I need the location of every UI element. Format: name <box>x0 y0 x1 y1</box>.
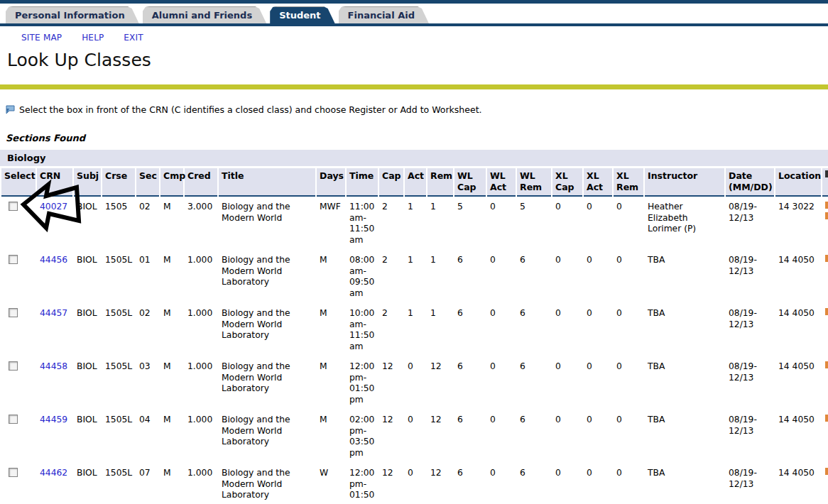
clipped-attribute-fragment <box>825 415 828 422</box>
cell-act: 1 <box>405 251 426 303</box>
crn-link[interactable]: 44457 <box>40 308 67 318</box>
cell-select <box>1 305 36 356</box>
cell-location: 14 4050 <box>775 251 821 303</box>
classes-table: SelectCRNSubjCrseSecCmpCredTitleDaysTime… <box>0 167 828 504</box>
cell-time: 11:00 am-11:50 am <box>347 198 378 250</box>
cell-days: M <box>317 251 345 303</box>
cell-act: 0 <box>405 464 426 504</box>
cell-attr <box>822 305 828 356</box>
cell-wl_act: 0 <box>487 305 516 356</box>
column-header-select: Select <box>1 168 36 197</box>
column-header-xl_act: XL Act <box>584 168 612 197</box>
row-select-checkbox[interactable] <box>9 468 18 477</box>
cell-wl_rem: 5 <box>517 198 551 250</box>
cell-days: W <box>317 464 345 504</box>
cell-location: 14 4050 <box>775 411 821 463</box>
cell-title: Biology and the Modern World Laboratory <box>219 305 315 356</box>
cell-xl_rem: 0 <box>614 198 643 250</box>
tab-personal-information[interactable]: Personal Information <box>6 6 139 23</box>
column-header-cap: Cap <box>379 168 403 197</box>
cell-attr <box>822 198 828 250</box>
cell-rem: 1 <box>427 198 453 250</box>
cell-cmp: M <box>160 464 183 504</box>
cell-title: Biology and the Modern World Laboratory <box>219 251 315 303</box>
crn-link[interactable]: 44462 <box>40 468 67 478</box>
cell-xl_cap: 0 <box>552 305 582 356</box>
exit-link[interactable]: EXIT <box>124 33 143 43</box>
cell-location: 14 4050 <box>775 464 821 504</box>
cell-sec: 02 <box>136 198 159 250</box>
cell-crn: 40027 <box>37 198 72 250</box>
cell-crse: 1505L <box>102 251 135 303</box>
cell-cap: 2 <box>379 251 403 303</box>
cell-subj: BIOL <box>74 411 101 463</box>
cell-wl_cap: 6 <box>454 251 486 303</box>
cell-wl_act: 0 <box>487 198 516 250</box>
crn-link[interactable]: 40027 <box>40 202 67 212</box>
row-select-checkbox[interactable] <box>9 255 18 264</box>
tab-alumni-and-friends[interactable]: Alumni and Friends <box>143 6 266 23</box>
column-header-rem: Rem <box>427 168 453 197</box>
column-header-sec: Sec <box>136 168 159 197</box>
clipped-attribute-fragment <box>825 308 828 315</box>
table-row: 44457BIOL1505L02M1.000Biology and the Mo… <box>1 305 828 356</box>
cell-location: 14 4050 <box>775 305 821 356</box>
cell-select <box>1 251 36 303</box>
clipped-attribute-fragment <box>825 255 828 262</box>
cell-days: MWF <box>317 198 345 250</box>
cell-crse: 1505L <box>102 358 135 410</box>
row-select-checkbox[interactable] <box>9 308 18 317</box>
cell-cap: 12 <box>379 358 403 410</box>
row-select-checkbox[interactable] <box>9 361 18 371</box>
column-header-attribute-clipped <box>822 168 828 197</box>
cell-cmp: M <box>160 251 183 303</box>
row-select-checkbox[interactable] <box>9 415 18 424</box>
cell-wl_act: 0 <box>487 251 516 303</box>
crn-link[interactable]: 44459 <box>40 415 67 424</box>
cell-wl_cap: 6 <box>454 305 486 356</box>
cell-title: Biology and the Modern World Laboratory <box>219 411 315 463</box>
tab-student[interactable]: Student <box>270 6 334 23</box>
crn-link[interactable]: 44456 <box>40 255 67 265</box>
cell-xl_cap: 0 <box>552 251 582 303</box>
cell-date: 08/19-12/13 <box>726 464 774 504</box>
cell-instructor: TBA <box>645 251 724 303</box>
table-row: 44458BIOL1505L03M1.000Biology and the Mo… <box>1 358 828 410</box>
cell-select <box>1 464 36 504</box>
cell-instructor: Heather Elizabeth Lorimer (P) <box>645 198 724 250</box>
cell-subj: BIOL <box>74 251 101 303</box>
column-header-wl_rem: WL Rem <box>517 168 551 197</box>
cell-date: 08/19-12/13 <box>726 305 774 356</box>
info-bubble-icon <box>6 105 16 114</box>
cell-rem: 1 <box>427 305 453 356</box>
help-link[interactable]: HELP <box>82 33 104 43</box>
tab-financial-aid[interactable]: Financial Aid <box>339 6 429 23</box>
site-map-link[interactable]: SITE MAP <box>21 33 62 43</box>
cell-title: Biology and the Modern World Laboratory <box>219 358 315 410</box>
cell-instructor: TBA <box>645 358 724 410</box>
table-row: 44462BIOL1505L07M1.000Biology and the Mo… <box>1 464 828 504</box>
row-select-checkbox[interactable] <box>9 202 18 211</box>
cell-rem: 1 <box>427 251 453 303</box>
subject-header-bar: Biology <box>0 150 828 166</box>
cell-xl_act: 0 <box>584 358 612 410</box>
cell-wl_rem: 6 <box>517 358 551 410</box>
instruction-line: Select the box in front of the CRN (C id… <box>6 104 828 115</box>
cell-crn: 44462 <box>37 464 72 504</box>
cell-xl_cap: 0 <box>552 198 582 250</box>
cell-xl_cap: 0 <box>552 358 582 410</box>
crn-link[interactable]: 44458 <box>40 361 67 371</box>
cell-subj: BIOL <box>74 358 101 410</box>
column-header-days: Days <box>317 168 345 197</box>
cell-crn: 44456 <box>37 251 72 303</box>
cell-rem: 12 <box>427 464 453 504</box>
cell-date: 08/19-12/13 <box>726 251 774 303</box>
cell-location: 14 3022 <box>775 198 821 250</box>
cell-crn: 44459 <box>37 411 72 463</box>
column-header-crse: Crse <box>102 168 135 197</box>
clipped-attribute-fragment <box>825 468 828 475</box>
utility-nav: SITE MAP HELP EXIT <box>0 26 828 43</box>
cell-sec: 01 <box>136 251 159 303</box>
cell-instructor: TBA <box>645 411 724 463</box>
cell-date: 08/19-12/13 <box>726 198 774 250</box>
